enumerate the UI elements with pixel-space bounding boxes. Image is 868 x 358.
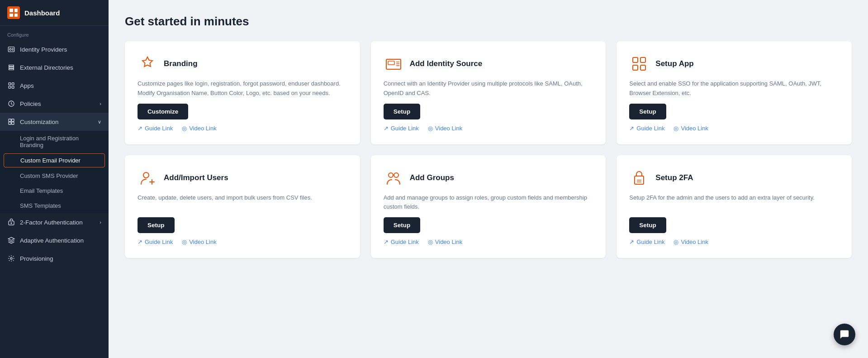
card-add-import-users-title: Add/Import Users [164,173,228,182]
add-import-users-setup-button[interactable]: Setup [138,217,175,233]
card-setup-2fa-links: ↗ Guide Link ◎ Video Link [629,239,839,245]
card-branding-header: Branding [138,54,347,74]
add-identity-source-setup-button[interactable]: Setup [384,104,421,119]
card-setup-2fa-desc: Setup 2FA for the admin and the users to… [629,193,839,212]
customization-sub-items: Login and Registration Branding Custom E… [0,131,109,213]
add-groups-guide-link[interactable]: ↗ Guide Link [384,239,419,245]
sidebar-item-customization-label: Customization [20,119,59,125]
sidebar-item-apps-label: Apps [20,82,34,89]
sidebar-sub-item-sms-templates[interactable]: SMS Templates [0,198,109,213]
setup-2fa-video-link[interactable]: ◎ Video Link [674,239,708,245]
card-branding-desc: Customize pages like login, registration… [138,79,347,98]
card-setup-app-title: Setup App [655,59,693,68]
external-link-icon: ↗ [138,239,142,245]
svg-point-26 [389,173,393,177]
add-groups-setup-button[interactable]: Setup [384,217,421,233]
card-add-identity-source: Add Identity Source Connect with an Iden… [371,41,606,144]
card-setup-2fa: Setup 2FA Setup 2FA for the admin and th… [617,155,852,258]
sidebar-sub-item-custom-sms-provider[interactable]: Custom SMS Provider [0,168,109,183]
card-add-import-users: Add/Import Users Create, update, delete … [125,155,360,258]
sidebar-section-configure: Configure [0,26,109,40]
id-icon [7,45,15,53]
add-import-users-guide-link[interactable]: ↗ Guide Link [138,239,173,245]
card-setup-app-links: ↗ Guide Link ◎ Video Link [629,125,839,132]
dir-icon [7,63,15,72]
svg-rect-8 [12,119,14,121]
card-add-identity-source-desc: Connect with an Identity Provider using … [384,79,593,98]
setup-app-video-link[interactable]: ◎ Video Link [674,125,708,132]
sidebar-sub-item-email-templates[interactable]: Email Templates [0,183,109,198]
sidebar-sub-item-custom-email-provider[interactable]: Custom Email Provider [4,153,105,167]
card-add-identity-source-header: Add Identity Source [384,54,593,74]
sidebar-item-two-factor[interactable]: 2-Factor Authentication › [0,213,109,231]
card-setup-app-header: Setup App [629,54,839,74]
sidebar-item-provisioning[interactable]: Provisioning [0,249,109,267]
main-content: Get started in minutes Branding Customiz… [109,0,868,358]
setup-app-setup-button[interactable]: Setup [629,104,666,119]
svg-rect-7 [9,119,11,121]
setup-2fa-guide-link[interactable]: ↗ Guide Link [629,239,664,245]
card-add-groups-links: ↗ Guide Link ◎ Video Link [384,239,593,245]
svg-rect-9 [9,122,11,124]
sidebar-header[interactable]: Dashboard [0,0,109,26]
external-link-icon: ↗ [629,239,634,245]
sidebar-item-external-directories[interactable]: External Directories [0,58,109,76]
card-branding: Branding Customize pages like login, reg… [125,41,360,144]
external-link-icon: ↗ [138,125,142,132]
page-title: Get started in minutes [125,14,852,29]
sidebar-sub-item-login-reg-branding[interactable]: Login and Registration Branding [0,131,109,153]
svg-rect-21 [633,65,638,70]
cards-grid: Branding Customize pages like login, reg… [125,41,852,258]
svg-rect-2 [9,83,11,85]
add-identity-source-video-link[interactable]: ◎ Video Link [428,125,462,132]
svg-rect-5 [12,86,14,88]
card-add-import-users-links: ↗ Guide Link ◎ Video Link [138,239,347,245]
customization-chevron-icon: ∨ [98,119,101,125]
sidebar-item-customization[interactable]: Customization ∨ [0,113,109,131]
sidebar: Dashboard Configure Identity Providers E… [0,0,109,358]
provisioning-icon [7,254,15,263]
card-branding-links: ↗ Guide Link ◎ Video Link [138,125,347,132]
svg-point-23 [143,172,149,178]
policies-chevron-icon: › [100,101,101,106]
external-link-icon: ↗ [384,125,389,132]
add-groups-icon [384,168,403,188]
sidebar-item-apps[interactable]: Apps [0,76,109,95]
card-add-import-users-header: Add/Import Users [138,168,347,188]
external-link-icon: ↗ [629,125,634,132]
card-add-identity-source-title: Add Identity Source [410,59,483,68]
setup-2fa-setup-button[interactable]: Setup [629,217,666,233]
sidebar-item-identity-providers[interactable]: Identity Providers [0,40,109,58]
branding-customize-button[interactable]: Customize [138,104,188,119]
branding-video-link[interactable]: ◎ Video Link [182,125,216,132]
card-add-import-users-desc: Create, update, delete users, and import… [138,193,347,212]
play-icon: ◎ [674,125,678,132]
add-identity-source-guide-link[interactable]: ↗ Guide Link [384,125,419,132]
setup-app-guide-link[interactable]: ↗ Guide Link [629,125,664,132]
add-groups-video-link[interactable]: ◎ Video Link [428,239,462,245]
svg-point-13 [10,258,12,259]
sidebar-item-policies-label: Policies [20,100,41,107]
sidebar-item-adaptive-auth[interactable]: Adaptive Authentication [0,231,109,249]
add-import-users-video-link[interactable]: ◎ Video Link [182,239,216,245]
card-add-groups: Add Groups Add and manage groups to assi… [371,155,606,258]
custom-icon [7,118,15,126]
add-users-icon [138,168,157,188]
svg-rect-4 [9,86,11,88]
two-factor-chevron-icon: › [100,220,101,225]
svg-point-1 [9,48,11,50]
play-icon: ◎ [674,239,678,245]
sidebar-item-two-factor-label: 2-Factor Authentication [20,219,83,226]
card-branding-title: Branding [164,59,198,68]
svg-point-12 [11,223,12,224]
svg-rect-3 [12,83,14,85]
external-link-icon: ↗ [384,239,389,245]
chat-fab[interactable] [834,324,855,345]
sidebar-item-policies[interactable]: Policies › [0,95,109,113]
policy-icon [7,100,15,108]
svg-rect-10 [12,122,14,124]
2fa-icon [7,218,15,226]
svg-rect-22 [640,65,645,70]
card-setup-2fa-title: Setup 2FA [655,173,693,182]
branding-guide-link[interactable]: ↗ Guide Link [138,125,173,132]
